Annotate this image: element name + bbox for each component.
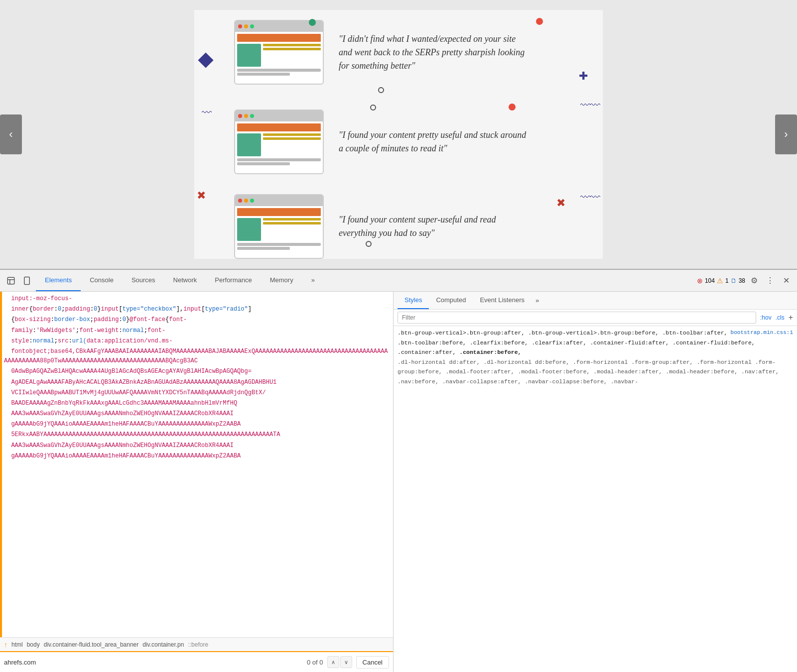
breadcrumb-pseudo[interactable]: ::before — [188, 641, 208, 648]
chevron-right-icon: › — [784, 128, 788, 141]
slide-quote-3: "I found your content super-useful and r… — [339, 213, 528, 240]
styles-tabs: Styles Computed Event Listeners » — [394, 292, 797, 310]
browser-viewport: ‹ ✚ — [0, 0, 797, 269]
breadcrumb-body[interactable]: body — [27, 641, 40, 648]
next-slide-button[interactable]: › — [775, 114, 797, 154]
filter-input[interactable] — [398, 312, 756, 324]
close-devtools-button[interactable]: ✕ — [779, 274, 793, 288]
devtools-panel: Elements Console Sources Network Perform… — [0, 269, 797, 672]
deco-x1: ✖ — [197, 189, 206, 202]
add-style-button[interactable]: + — [789, 314, 793, 322]
search-bar: 0 of 0 ∧ ∨ Cancel — [0, 651, 393, 672]
search-next-button[interactable]: ∨ — [340, 656, 352, 668]
code-line: gAAAAAbG9jYQAAAioAAAAEAAAAm1heHAFAAAACBu… — [0, 419, 393, 430]
slide-item-1: "I didn't find what I wanted/expected on… — [234, 20, 583, 85]
css-source[interactable]: bootstrap.min.css:1 — [731, 328, 793, 337]
tab-more[interactable]: » — [302, 270, 324, 291]
code-line: input:-moz-focus- — [0, 294, 393, 304]
code-panel-inner: input:-moz-focus- inner{border:0;padding… — [0, 292, 393, 637]
tab-performance[interactable]: Performance — [206, 270, 261, 291]
breadcrumb-div2[interactable]: div.container.pn — [142, 641, 184, 648]
chevron-left-icon: ‹ — [9, 128, 12, 141]
error-count: 104 — [705, 277, 715, 284]
browser-mockup-1 — [234, 20, 324, 85]
code-line: VCIIwleQAAABpwAABUT1MvMj4gUUUwAAFQAAAAVm… — [0, 388, 393, 398]
tab-memory[interactable]: Memory — [261, 270, 302, 291]
deco-circle — [378, 87, 384, 93]
slide-quote-2: "I found your content pretty useful and … — [339, 128, 528, 155]
devtools-toolbar: Elements Console Sources Network Perform… — [0, 270, 797, 292]
inspect-element-button[interactable] — [4, 274, 18, 288]
gear-icon: ⚙ — [751, 276, 758, 285]
info-icon: 🗋 — [731, 277, 737, 284]
code-line: BAADEAAAAAgZnBnbYqRkFkAAAxgAAALcGdhc3AAA… — [0, 398, 393, 409]
tab-elements[interactable]: Elements — [36, 270, 81, 291]
tab-computed[interactable]: Computed — [429, 292, 473, 309]
code-line: style:normal;src:url(data:application/vn… — [0, 336, 393, 346]
code-line: gAAAAAbG9jYQAAAioAAAAEAAAAm1heHAFAAAACBu… — [0, 451, 393, 461]
deco-wave1: 〰 — [202, 107, 212, 118]
devtools-body: input:-moz-focus- inner{border:0;padding… — [0, 292, 797, 672]
error-icon: ⊗ — [697, 277, 703, 285]
svg-rect-3 — [24, 277, 30, 284]
styles-panel: Styles Computed Event Listeners » :hov .… — [394, 292, 797, 672]
error-badge: ⊗ 104 ⚠ 1 🗋 38 — [697, 277, 745, 285]
tab-styles[interactable]: Styles — [398, 292, 429, 309]
tab-console[interactable]: Console — [81, 270, 123, 291]
deco-plus: ✚ — [579, 70, 588, 83]
orange-indicator — [0, 292, 2, 637]
warn-count: 1 — [725, 277, 729, 284]
info-count: 38 — [739, 277, 745, 284]
settings-button[interactable]: ⚙ — [747, 274, 761, 288]
breadcrumb-bar: ↑ html body div.container-fluid.tool_are… — [0, 637, 393, 651]
more-options-button[interactable]: ⋮ — [763, 274, 777, 288]
slide-quote-1: "I didn't find what I wanted/expected on… — [339, 32, 528, 73]
slide-item-2: "I found your content pretty useful and … — [234, 110, 583, 174]
search-count: 0 of 0 — [307, 659, 323, 666]
search-cancel-button[interactable]: Cancel — [356, 656, 389, 669]
deco-dot — [309, 19, 316, 26]
css-rule: bootstrap.min.css:1 .btn-group-vertical>… — [398, 328, 793, 386]
pseudo-class-button[interactable]: :hov — [760, 314, 772, 321]
cls-button[interactable]: .cls — [776, 314, 785, 321]
devtools-tabs: Elements Console Sources Network Perform… — [36, 270, 324, 291]
css-rules[interactable]: bootstrap.min.css:1 .btn-group-vertical>… — [394, 326, 797, 672]
browser-mockup-3 — [234, 194, 324, 259]
deco-x2: ✖ — [556, 197, 565, 210]
browser-mockup-2 — [234, 110, 324, 174]
code-line: inner{border:0;padding:0}input[type="che… — [0, 304, 393, 315]
deco-diamond — [198, 52, 213, 68]
breadcrumb-html[interactable]: html — [11, 641, 23, 648]
search-prev-button[interactable]: ∧ — [327, 656, 339, 668]
code-line: 0AdwBpAGQAZwBlAHQAcwAAAA4AUgBlAGcAdQBsAG… — [0, 366, 393, 377]
tab-event-listeners[interactable]: Event Listeners — [473, 292, 531, 309]
filter-bar: :hov .cls + — [394, 310, 797, 326]
code-line: {box-sizing:border-box;padding:0}@font-f… — [0, 315, 393, 325]
search-nav: ∧ ∨ — [327, 656, 352, 668]
close-icon: ✕ — [783, 276, 790, 285]
more-dots-icon: ⋮ — [766, 276, 774, 285]
code-line: 5ERkxAABYAAAAAAAAAAAAAAAAAAAAAAAAAAAAAAA… — [0, 430, 393, 440]
deco-dot2 — [509, 104, 516, 111]
warn-icon: ⚠ — [717, 277, 723, 285]
deco-wave3: 〰〰 — [580, 192, 600, 203]
code-panel: input:-moz-focus- inner{border:0;padding… — [0, 292, 394, 672]
prev-slide-button[interactable]: ‹ — [0, 114, 22, 154]
css-selector-cont: .dl-horizontal dd:after, .dl-horizontal … — [398, 357, 793, 387]
slide-item-3: "I found your content super-useful and r… — [234, 194, 583, 259]
slide-content: ✚ "I didn — [194, 10, 603, 259]
code-line: family:'RwWidgets';font-weight:normal;fo… — [0, 326, 393, 336]
code-line: AAA3wAAASwaGVhZAyE0UUAAAgsAAAANmhoZWEHOg… — [0, 441, 393, 451]
deco-circle2 — [370, 105, 376, 111]
device-toggle-button[interactable] — [20, 274, 34, 288]
tab-sources[interactable]: Sources — [123, 270, 164, 291]
breadcrumb-div1[interactable]: div.container-fluid.tool_area_banner — [44, 641, 139, 648]
tab-network[interactable]: Network — [164, 270, 206, 291]
code-area[interactable]: input:-moz-focus- inner{border:0;padding… — [0, 292, 393, 463]
svg-rect-0 — [7, 277, 14, 284]
search-input[interactable] — [4, 659, 303, 666]
styles-more-button[interactable]: » — [533, 295, 541, 306]
code-line: fontobject;base64,CBkAAFgYAAABAAIAAAAAAA… — [0, 346, 393, 366]
arrow-up-icon: ↑ — [4, 641, 7, 649]
code-line: AgADEALgAwAAAAFAByAHcACALQB3AkAZBnkAzABn… — [0, 377, 393, 388]
